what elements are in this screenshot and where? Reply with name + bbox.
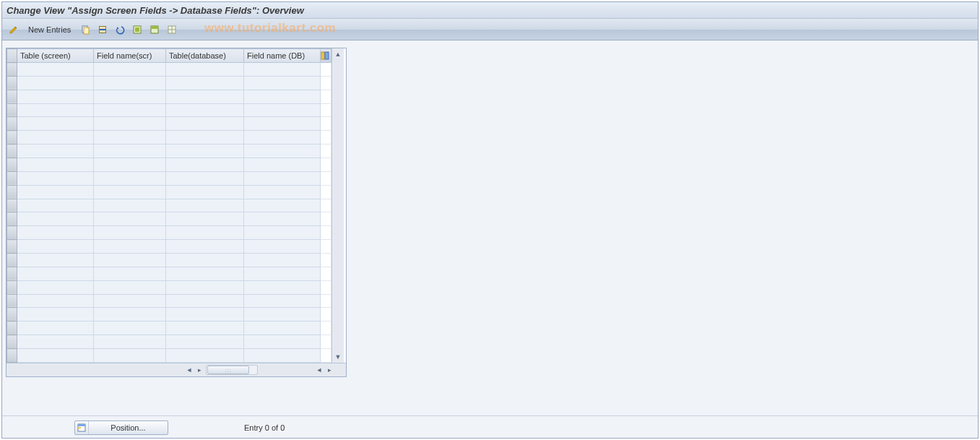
cell[interactable] (94, 254, 166, 267)
cell[interactable] (244, 226, 321, 240)
vertical-scrollbar[interactable]: ▲ ▼ (331, 48, 344, 363)
cell[interactable] (166, 199, 244, 212)
cell[interactable] (17, 294, 94, 308)
cell[interactable] (94, 308, 166, 322)
toggle-change-icon[interactable] (6, 22, 21, 37)
row-selector[interactable] (7, 267, 17, 280)
horizontal-scrollbar[interactable]: ◄ ▸ ::: ◄ ▸ (6, 363, 346, 376)
cell[interactable] (166, 90, 244, 103)
cell[interactable] (94, 322, 166, 335)
cell[interactable] (166, 322, 244, 335)
cell[interactable] (94, 103, 166, 117)
cell[interactable] (244, 267, 321, 280)
cell[interactable] (17, 63, 94, 77)
row-selector[interactable] (7, 322, 17, 335)
column-header[interactable]: Field name (DB) (244, 49, 321, 63)
cell[interactable] (94, 131, 166, 144)
row-selector[interactable] (7, 280, 17, 294)
scroll-down-icon[interactable]: ▼ (333, 352, 343, 362)
hscroll-thumb[interactable]: ::: (207, 366, 249, 374)
row-selector[interactable] (7, 63, 17, 77)
cell[interactable] (94, 117, 166, 131)
row-selector[interactable] (7, 185, 17, 199)
cell[interactable] (166, 294, 244, 308)
cell[interactable] (17, 171, 94, 185)
cell[interactable] (244, 254, 321, 267)
row-selector[interactable] (7, 117, 17, 131)
cell[interactable] (166, 117, 244, 131)
cell[interactable] (17, 335, 94, 349)
cell[interactable] (17, 199, 94, 212)
cell[interactable] (94, 349, 166, 363)
cell[interactable] (244, 240, 321, 254)
row-selector[interactable] (7, 294, 17, 308)
row-selector[interactable] (7, 171, 17, 185)
row-selector[interactable] (7, 103, 17, 117)
cell[interactable] (17, 103, 94, 117)
cell[interactable] (17, 131, 94, 144)
cell[interactable] (244, 117, 321, 131)
cell[interactable] (244, 158, 321, 172)
cell[interactable] (17, 349, 94, 363)
delete-icon[interactable] (95, 22, 110, 37)
cell[interactable] (244, 335, 321, 349)
column-header[interactable]: Table (screen) (17, 49, 94, 63)
cell[interactable] (244, 144, 321, 158)
cell[interactable] (94, 294, 166, 308)
cell[interactable] (17, 76, 94, 90)
cell[interactable] (17, 267, 94, 280)
cell[interactable] (17, 185, 94, 199)
cell[interactable] (166, 144, 244, 158)
cell[interactable] (94, 212, 166, 226)
cell[interactable] (244, 103, 321, 117)
row-selector[interactable] (7, 240, 17, 254)
cell[interactable] (166, 212, 244, 226)
hscroll-left-icon[interactable]: ◄ (184, 365, 194, 375)
select-all-icon[interactable] (130, 22, 144, 37)
cell[interactable] (244, 199, 321, 212)
deselect-all-icon[interactable] (165, 22, 179, 37)
cell[interactable] (166, 103, 244, 117)
undo-change-icon[interactable] (113, 22, 127, 37)
row-selector[interactable] (7, 308, 17, 322)
row-selector[interactable] (7, 335, 17, 349)
cell[interactable] (94, 158, 166, 172)
cell[interactable] (166, 308, 244, 322)
cell[interactable] (244, 308, 321, 322)
cell[interactable] (94, 226, 166, 240)
cell[interactable] (17, 254, 94, 267)
row-selector-header[interactable] (7, 49, 17, 63)
hscroll-left2-icon[interactable]: ▸ (194, 365, 204, 375)
cell[interactable] (244, 349, 321, 363)
cell[interactable] (166, 335, 244, 349)
cell[interactable] (94, 63, 166, 77)
column-header[interactable]: Field name(scr) (94, 49, 166, 63)
cell[interactable] (17, 308, 94, 322)
copy-as-icon[interactable] (78, 22, 92, 37)
cell[interactable] (17, 322, 94, 335)
select-block-icon[interactable] (147, 22, 162, 37)
cell[interactable] (166, 240, 244, 254)
row-selector[interactable] (7, 76, 17, 90)
cell[interactable] (166, 280, 244, 294)
cell[interactable] (94, 90, 166, 103)
table-settings-icon[interactable] (321, 49, 331, 63)
cell[interactable] (244, 322, 321, 335)
cell[interactable] (94, 280, 166, 294)
row-selector[interactable] (7, 226, 17, 240)
row-selector[interactable] (7, 131, 17, 144)
cell[interactable] (166, 254, 244, 267)
cell[interactable] (166, 158, 244, 172)
cell[interactable] (244, 294, 321, 308)
cell[interactable] (166, 226, 244, 240)
cell[interactable] (17, 144, 94, 158)
cell[interactable] (244, 90, 321, 103)
cell[interactable] (244, 171, 321, 185)
row-selector[interactable] (7, 199, 17, 212)
row-selector[interactable] (7, 349, 17, 363)
cell[interactable] (94, 267, 166, 280)
cell[interactable] (94, 185, 166, 199)
cell[interactable] (244, 76, 321, 90)
cell[interactable] (94, 171, 166, 185)
cell[interactable] (94, 335, 166, 349)
